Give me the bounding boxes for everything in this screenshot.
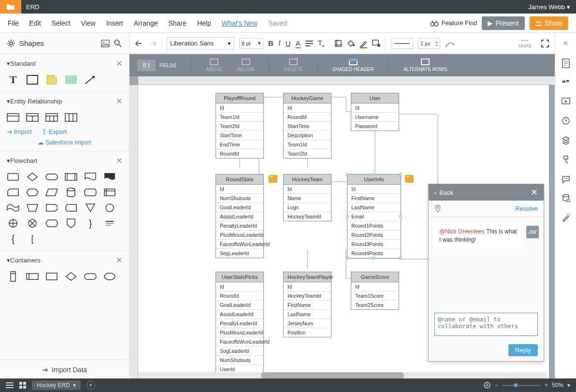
entity-field[interactable]: Team2Id bbox=[216, 122, 263, 131]
entity-header[interactable]: HockeyTeamPlayer bbox=[284, 272, 331, 282]
comment-marker[interactable] bbox=[269, 175, 277, 183]
feature-find-button[interactable]: Feature Find bbox=[430, 19, 477, 27]
shape-fc-predef[interactable] bbox=[65, 172, 77, 182]
italic-button[interactable]: I bbox=[278, 39, 281, 47]
selection-handle[interactable] bbox=[399, 257, 402, 260]
shape-fc-terminator[interactable] bbox=[45, 172, 58, 182]
menu-arrange[interactable]: Arrange bbox=[134, 19, 158, 27]
share-button[interactable]: Share bbox=[530, 16, 568, 30]
entity-field[interactable]: Team2Id bbox=[284, 149, 331, 158]
entity-userstatspicks[interactable]: UserStatsPicksIdRoundIdGoalLeaderIdAssis… bbox=[216, 272, 264, 374]
gear-icon[interactable] bbox=[7, 39, 15, 48]
entity-field[interactable]: AssistLeaderId bbox=[216, 310, 263, 319]
entity-hockeyteamplayer[interactable]: HockeyTeamPlayerIdHockeyTeamIdFirstNameL… bbox=[283, 272, 331, 337]
entity-field[interactable]: Id bbox=[216, 185, 263, 194]
entity-field[interactable]: Round3Points bbox=[347, 240, 401, 249]
entity-field[interactable]: RoundId bbox=[284, 113, 331, 122]
shape-arrow[interactable] bbox=[84, 75, 97, 85]
collapse-icon[interactable]: « bbox=[563, 38, 568, 48]
presentation-icon[interactable] bbox=[562, 97, 570, 106]
entity-field[interactable]: JerseyNum bbox=[284, 319, 331, 328]
menu-edit[interactable]: Edit bbox=[29, 19, 41, 27]
autofit-icon[interactable] bbox=[483, 381, 491, 389]
text-color-button[interactable]: A bbox=[296, 39, 301, 47]
shape-fc-bracket2[interactable]: [ bbox=[26, 234, 39, 244]
font-size-select[interactable]: 8 pt ▾ bbox=[239, 38, 263, 49]
entity-field[interactable]: Email bbox=[347, 212, 401, 221]
comment-input[interactable] bbox=[434, 313, 538, 336]
shape-block[interactable] bbox=[65, 75, 77, 85]
grid-view-icon[interactable] bbox=[19, 382, 26, 389]
history-icon[interactable] bbox=[562, 116, 570, 125]
close-icon[interactable]: ✕ bbox=[116, 256, 122, 265]
entity-header[interactable]: RoundStats bbox=[216, 174, 263, 185]
search-icon[interactable] bbox=[114, 39, 122, 48]
alternate-rows-button[interactable]: ALTERNATE ROWS bbox=[403, 58, 447, 72]
entity-field[interactable]: Team1Id bbox=[216, 113, 263, 122]
entity-field[interactable]: EndTime bbox=[216, 140, 263, 149]
menu-help[interactable]: Help bbox=[197, 19, 211, 27]
entity-field[interactable]: SogLeaderId bbox=[216, 347, 263, 356]
comment-marker[interactable] bbox=[405, 175, 414, 183]
menu-whats-new[interactable]: What's New bbox=[222, 19, 258, 27]
zoom-value[interactable]: 50% bbox=[552, 382, 563, 389]
entity-field[interactable]: Id bbox=[347, 185, 401, 194]
shape-fc-note[interactable] bbox=[103, 218, 116, 228]
line-weight-select[interactable]: 1 px ▴▾ bbox=[418, 38, 440, 49]
entity-field[interactable]: StartTime bbox=[284, 122, 331, 131]
document-title[interactable]: ERD bbox=[26, 3, 39, 11]
category-standard-header[interactable]: ▾ Standard ✕ bbox=[7, 59, 122, 68]
entity-user[interactable]: UserIdUsernamePassword bbox=[351, 93, 399, 131]
entity-field[interactable]: FirstName bbox=[347, 194, 401, 203]
shape-er-1[interactable] bbox=[7, 113, 19, 122]
entity-roundstats[interactable]: RoundStatsIdNumShutoutsGoalLeaderIdAssis… bbox=[216, 174, 264, 258]
category-containers-header[interactable]: ▾ Containers ✕ bbox=[7, 256, 122, 265]
entity-field[interactable]: Id bbox=[216, 282, 263, 291]
fill-button[interactable] bbox=[347, 40, 355, 47]
zoom-out-button[interactable]: − bbox=[495, 382, 498, 389]
border-color-button[interactable] bbox=[360, 40, 367, 47]
entity-field[interactable]: Username bbox=[351, 113, 399, 122]
shape-fc-database[interactable] bbox=[65, 188, 77, 197]
shape-er-3[interactable] bbox=[45, 113, 58, 122]
menu-insert[interactable]: Insert bbox=[106, 19, 123, 27]
entity-field[interactable]: Team1Id bbox=[284, 140, 331, 149]
delete-field-button[interactable]: ✕DELETE bbox=[284, 58, 303, 72]
shape-rect[interactable] bbox=[26, 75, 39, 85]
entity-field[interactable]: RoundId bbox=[216, 149, 263, 158]
add-above-button[interactable]: ABOVE bbox=[206, 58, 222, 72]
shape-container-4[interactable] bbox=[65, 272, 77, 281]
entity-field[interactable]: LastName bbox=[347, 203, 401, 212]
entity-hockeyteam[interactable]: HockeyTeamIdNameLogoHockeyTeamId bbox=[283, 174, 331, 221]
entity-field[interactable]: GoalLeaderId bbox=[216, 203, 263, 212]
crop-icon[interactable] bbox=[334, 40, 342, 47]
entity-header[interactable]: UserStatsPicks bbox=[216, 272, 263, 282]
entity-field[interactable]: Password bbox=[351, 122, 399, 131]
selection-handle[interactable] bbox=[373, 257, 375, 260]
shape-fc-tape[interactable] bbox=[7, 203, 19, 213]
entity-field[interactable]: Round1Points bbox=[347, 221, 401, 231]
shape-text[interactable]: T bbox=[7, 75, 19, 85]
shape-fc-connector[interactable] bbox=[103, 203, 116, 213]
shape-er-2[interactable] bbox=[26, 113, 39, 122]
present-button[interactable]: ▶ Present bbox=[482, 16, 524, 30]
paint-icon[interactable] bbox=[562, 155, 570, 165]
entity-field[interactable]: HockeyTeamId bbox=[284, 291, 331, 301]
selection-handle[interactable] bbox=[346, 257, 349, 260]
entity-field[interactable]: LastName bbox=[284, 310, 331, 319]
entity-field[interactable]: Id bbox=[216, 103, 263, 113]
menu-file[interactable]: File bbox=[8, 19, 19, 27]
shape-fc-offpage[interactable] bbox=[65, 218, 77, 228]
shape-fc-internal[interactable] bbox=[103, 188, 116, 197]
shape-fc-or[interactable] bbox=[7, 218, 19, 228]
entity-field[interactable]: Description bbox=[284, 131, 331, 140]
entity-field[interactable]: RoundId bbox=[216, 291, 263, 301]
entity-field[interactable]: Team1Score bbox=[351, 291, 399, 301]
shape-fc-hex[interactable] bbox=[26, 188, 39, 197]
entity-field[interactable]: AssistLeaderId bbox=[216, 212, 263, 221]
entity-field[interactable]: Id bbox=[284, 185, 331, 194]
shape-fc-bracket[interactable]: { bbox=[7, 234, 19, 244]
shape-container-2[interactable] bbox=[26, 272, 39, 281]
shape-fc-display[interactable] bbox=[45, 218, 58, 228]
import-data-button[interactable]: ⇥ Import Data bbox=[0, 360, 129, 379]
